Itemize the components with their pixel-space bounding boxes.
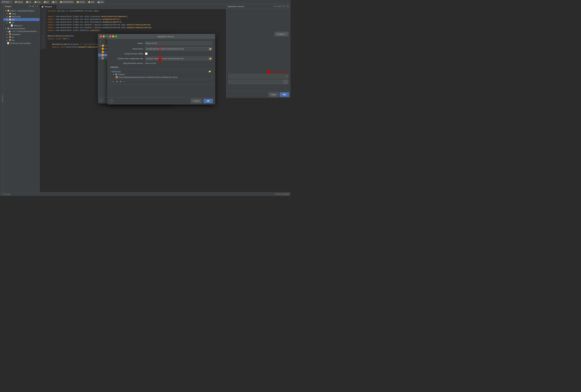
- run-configs-add-btn[interactable]: +: [99, 40, 102, 43]
- lib1-arrow: ▶: [6, 39, 8, 41]
- lib-add3-btn[interactable]: ⊕: [119, 80, 122, 83]
- com-icon: 📁: [34, 1, 36, 3]
- com-label: com: [37, 1, 40, 3]
- line-num-9: 9: [40, 32, 45, 34]
- favorites-label: 2: Favorites: [2, 94, 3, 103]
- sidebar-split-icon[interactable]: ⊟: [32, 5, 34, 7]
- tab-label: Test.java: [44, 5, 52, 8]
- cs-icon: 📁: [52, 1, 54, 3]
- lib-label: lib: [12, 36, 14, 38]
- include-jars-checkbox[interactable]: [145, 52, 148, 55]
- test-icon: 📁: [60, 1, 62, 3]
- sidebar-item-out[interactable]: ▶ 📁 out: [4, 18, 40, 21]
- app-servers-help-btn[interactable]: ?: [110, 99, 113, 103]
- api-icon: 📁: [44, 1, 46, 3]
- sidebar-item-e9java[interactable]: ▼ 📁 e9java ~/work/project/e9java: [4, 9, 40, 12]
- sidebar-item-classbean[interactable]: ▶ 📦 classbean: [4, 33, 40, 36]
- sidebar-item-external-libs[interactable]: ▼ 📚 External Libraries: [4, 27, 40, 30]
- default-config-value: 📁: [145, 57, 212, 60]
- lib1-icon: 📦: [9, 39, 11, 41]
- libraries-section: EJB library 📁 ▼ C Classes J /Users/daiyi…: [110, 69, 212, 85]
- api-label: api: [46, 1, 49, 3]
- sidebar-item-lib[interactable]: ▶ 📦 lib: [4, 36, 40, 39]
- top-toolbar: Project ▼ 📁 e9java 📁 src 📁 com 📁 api 📁 c…: [0, 0, 290, 4]
- iml-label: e9java.iml: [14, 24, 22, 26]
- tab-test-java[interactable]: ☕ Test.java ✕: [40, 4, 57, 9]
- lib-remove-btn[interactable]: −: [123, 80, 126, 83]
- sidebar-item-lib1[interactable]: ▶ 📦 lib1: [4, 39, 40, 42]
- metainf-label: META-INF: [12, 16, 21, 18]
- sidebar-item-metainf[interactable]: ▶ 📁 META-INF: [4, 15, 40, 18]
- idea-icon: 📁: [9, 12, 11, 15]
- e9java-icon: 📁: [15, 1, 17, 3]
- name-input[interactable]: [145, 41, 212, 45]
- line-numbers: 1 2 3 4 5 6 7 8 9 10 11 12 13 14: [40, 9, 46, 49]
- lib-icon: 📦: [9, 36, 11, 38]
- sidebar-item-scratches[interactable]: 📝 Scratches and Consoles: [4, 42, 40, 45]
- name-label: Name:: [110, 42, 145, 44]
- e9java-tree-label: e9java ~/work/project/e9java: [10, 10, 34, 12]
- jar-icon: J: [116, 76, 118, 78]
- tab-close-icon[interactable]: ✕: [54, 5, 55, 7]
- project-badge[interactable]: Project ▼: [1, 1, 12, 3]
- sidebar-header: Project ⚙ ⊟ ≡ ✕: [4, 4, 40, 9]
- scratches-icon: 📝: [7, 42, 10, 44]
- api-badge: 📁 api: [43, 1, 50, 3]
- app-tl-yellow[interactable]: [112, 35, 114, 37]
- resin-arrow: ▼: [100, 45, 101, 47]
- sidebar-settings-icon[interactable]: ≡: [34, 5, 36, 7]
- default-config-input[interactable]: [145, 57, 208, 60]
- app-servers-dialog[interactable]: Application Servers Name: Resin home: 📁: [107, 34, 215, 104]
- src-tree-label: src: [12, 21, 14, 24]
- sidebar-gear-icon[interactable]: ⚙: [29, 5, 31, 7]
- ext-libs-arrow: ▼: [5, 28, 6, 29]
- sidebar-item-src[interactable]: ▶ 📁 src: [4, 21, 40, 24]
- lib-add-btn[interactable]: +: [112, 80, 115, 83]
- test-file-icon: ☕: [98, 1, 100, 3]
- templates-arrow: ▶: [100, 57, 101, 59]
- default-config-row: Default resin configuration file: 📁: [110, 57, 212, 60]
- status-left: 2: Favorites: [2, 193, 10, 195]
- test-label: test20200529: [62, 1, 73, 3]
- run-configs-remove-btn[interactable]: −: [103, 40, 106, 43]
- app-tl-red[interactable]: [109, 35, 111, 37]
- tl-red[interactable]: [100, 35, 102, 37]
- line-num-6: 6: [40, 23, 45, 26]
- app-tl-green[interactable]: [115, 35, 117, 37]
- app-servers-body: Name: Resin home: 📁 Include all resin JA…: [108, 39, 215, 97]
- resin-home-input[interactable]: [145, 47, 208, 51]
- resin-server-icon: R: [102, 44, 104, 47]
- default-config-browse-btn[interactable]: 📁: [208, 57, 212, 60]
- app-servers-title: Application Servers: [118, 35, 213, 37]
- e9java-badge: 📁 e9java: [14, 1, 24, 3]
- resin-home-value: 📁: [145, 47, 212, 51]
- cancel-button[interactable]: Cancel: [191, 99, 202, 103]
- sidebar-item-jdk[interactable]: ▶ ☕ < 1.8 > /Library/Java/JavaVirtualMac…: [4, 30, 40, 33]
- lib-add2-btn[interactable]: ⊕: [115, 80, 118, 83]
- classes-label: Classes: [118, 73, 125, 75]
- sidebar-close-icon[interactable]: ✕: [36, 5, 38, 7]
- scratches-label: Scratches and Consoles: [10, 42, 31, 44]
- editor-tabs: ☕ Test.java ✕: [40, 4, 290, 9]
- detected-version-label: Detected Resin version:: [110, 62, 145, 64]
- project-chevron: ▼: [10, 1, 12, 3]
- jdk-arrow: ▶: [6, 30, 8, 32]
- sidebar-item-idea[interactable]: ▶ 📁 .idea: [4, 12, 40, 15]
- ok-button[interactable]: OK: [204, 99, 213, 103]
- resin-1906-icon: R: [102, 48, 104, 50]
- run-configs-help-btn[interactable]: ?: [100, 99, 103, 102]
- resin-1907-icon: R: [102, 51, 104, 53]
- classes-arrow: ▼: [113, 73, 114, 75]
- service-icon: 📁: [77, 1, 79, 3]
- line-num-7: 7: [40, 26, 45, 29]
- sidebar-item-e9java-iml[interactable]: 📄 e9java.iml: [4, 24, 40, 27]
- tl-yellow[interactable]: [103, 35, 105, 37]
- jdk-icon: ☕: [8, 30, 11, 32]
- idea-label: .idea: [12, 13, 16, 15]
- classes-row: ▼ C Classes: [112, 73, 211, 75]
- ejb-browse-btn[interactable]: 📁: [208, 70, 211, 73]
- e9java-arrow: ▼: [5, 10, 6, 12]
- resin-home-browse-btn[interactable]: 📁: [208, 47, 212, 51]
- classbean-label: classbean: [12, 33, 20, 35]
- resin-home-label: Resin home:: [110, 48, 145, 50]
